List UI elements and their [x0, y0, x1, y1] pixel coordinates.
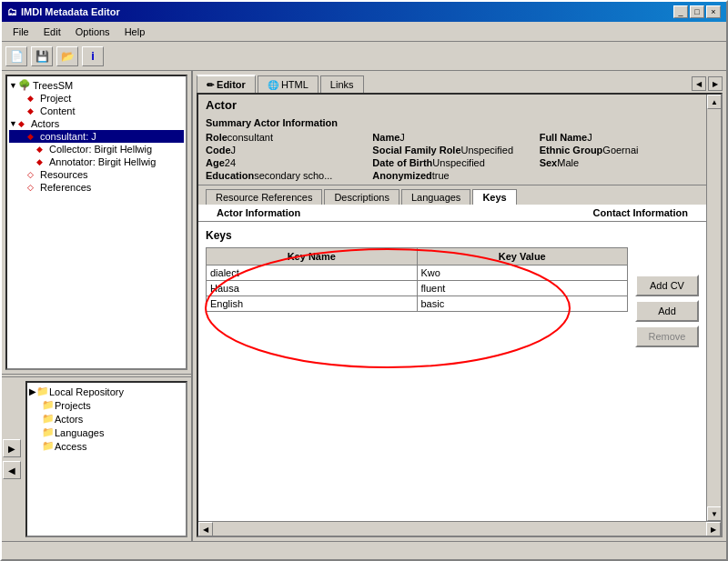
key-name-english[interactable] [207, 296, 418, 312]
key-value-input-0[interactable] [418, 265, 628, 280]
actor-info-right: Contact Information [593, 207, 689, 218]
title-bar-controls: _ □ × [673, 5, 721, 18]
main-window: 🗂 IMDI Metadata Editor _ □ × File Edit O… [0, 0, 728, 561]
bottom-tree-local-repo[interactable]: ▶ 📁 Local Repository [29, 385, 184, 398]
keys-table-area: Key Name Key Value [206, 247, 699, 514]
scroll-right-button[interactable]: ▶ [706, 522, 721, 536]
menu-help[interactable]: Help [117, 25, 153, 39]
scroll-up-button[interactable]: ▲ [707, 95, 721, 109]
summary-grid: Role consultant Name J Full Name J [206, 132, 699, 181]
key-name-dialect[interactable] [207, 265, 418, 281]
sub-tab-keys[interactable]: Keys [472, 189, 516, 205]
tree-item-project[interactable]: ◆ Project [9, 92, 184, 105]
menu-options[interactable]: Options [68, 25, 117, 39]
key-name-input-2[interactable] [207, 296, 417, 311]
scroll-left-button[interactable]: ◀ [198, 522, 213, 536]
sub-tab-resource-references[interactable]: Resource References [206, 189, 322, 205]
table-row [207, 281, 628, 296]
bottom-tree-languages[interactable]: 📁 Languages [29, 426, 184, 439]
minimize-button[interactable]: _ [673, 5, 688, 18]
add-button[interactable]: Add [635, 300, 699, 322]
arrow-buttons: ▶ ◀ [2, 377, 22, 541]
ethnic-group-field: Ethnic Group Goernai [540, 145, 699, 155]
tab-nav-right[interactable]: ▶ [708, 76, 723, 91]
tree-item-content[interactable]: ◆ Content [9, 105, 184, 117]
info-button[interactable]: i [82, 46, 104, 66]
left-tree-panel: ▼ 🌳 TreesSM ◆ Project ◆ Content [5, 75, 187, 370]
window-title: IMDI Metadata Editor [21, 6, 120, 17]
tab-html[interactable]: 🌐 HTML [258, 75, 318, 93]
horizontal-scroll-track[interactable] [213, 522, 706, 536]
key-value-kwo[interactable] [417, 265, 628, 281]
tab-nav-left[interactable]: ◀ [692, 76, 706, 91]
key-name-input-0[interactable] [207, 265, 417, 280]
add-cv-button[interactable]: Add CV [635, 275, 699, 296]
summary-title: Summary Actor Information [206, 117, 699, 128]
right-panel: ✏ Editor 🌐 HTML Links ◀ ▶ [193, 71, 726, 541]
tree-item-collector[interactable]: ◆ Collector: Birgit Hellwig [9, 143, 184, 155]
dob-field: Date of Birth Unspecified [372, 157, 531, 168]
content-panel: Actor Summary Actor Information Role con… [197, 93, 723, 537]
anonymized-field: Anonymized true [372, 170, 531, 181]
tree-item-actors[interactable]: ▼ ◆ Actors [9, 117, 184, 130]
top-tab-bar: ✏ Editor 🌐 HTML Links ◀ ▶ [193, 71, 726, 93]
key-name-input-1[interactable] [207, 281, 417, 296]
scroll-track[interactable] [707, 109, 721, 506]
actor-title: Actor [198, 95, 706, 114]
arrow-right-button[interactable]: ▶ [3, 439, 21, 457]
tree-item-resources[interactable]: ◇ Resources [9, 168, 184, 181]
key-value-input-2[interactable] [418, 296, 628, 311]
col-key-value: Key Value [417, 248, 628, 265]
menu-edit[interactable]: Edit [36, 25, 68, 39]
role-field: Role consultant [206, 132, 365, 143]
maximize-button[interactable]: □ [690, 5, 704, 18]
summary-section: Summary Actor Information Role consultan… [198, 114, 706, 185]
bottom-tree-actors[interactable]: 📁 Actors [29, 412, 184, 426]
keys-title: Keys [206, 229, 699, 242]
sub-tab-bar: Resource References Descriptions Languag… [198, 185, 706, 205]
tree-item-treessm[interactable]: ▼ 🌳 TreesSM [9, 78, 184, 92]
tree-item-consultant[interactable]: ◆ consultant: J [9, 130, 184, 143]
left-panel: ▼ 🌳 TreesSM ◆ Project ◆ Content [2, 71, 193, 541]
save-button[interactable]: 💾 [31, 46, 53, 66]
arrow-left-button[interactable]: ◀ [3, 461, 21, 479]
key-value-basic[interactable] [417, 296, 628, 312]
right-scrollbar: ▲ ▼ [706, 95, 721, 521]
status-bar [2, 541, 726, 559]
bottom-scrollbar: ◀ ▶ [198, 521, 721, 536]
toolbar: 📄 💾 📂 i [2, 42, 726, 71]
tree-item-references[interactable]: ◇ References [9, 181, 184, 194]
sex-field: Sex Male [540, 157, 699, 168]
remove-button[interactable]: Remove [635, 326, 699, 347]
actor-info-left: Actor Information [217, 207, 300, 218]
table-row [207, 265, 628, 281]
keys-buttons: Add CV Add Remove [635, 247, 699, 514]
tab-editor[interactable]: ✏ Editor [197, 75, 256, 93]
close-button[interactable]: × [706, 5, 721, 18]
bottom-tree-projects[interactable]: 📁 Projects [29, 398, 184, 412]
title-bar-title: 🗂 IMDI Metadata Editor [7, 6, 120, 17]
bottom-tree-access[interactable]: 📁 Access [29, 439, 184, 453]
tree-item-annotator[interactable]: ◆ Annotator: Birgit Hellwig [9, 155, 184, 168]
name-field: Name J [372, 132, 531, 143]
tab-links[interactable]: Links [320, 75, 364, 93]
sub-tab-descriptions[interactable]: Descriptions [324, 189, 399, 205]
keys-table-wrapper: Key Name Key Value [206, 247, 628, 514]
menu-file[interactable]: File [5, 25, 36, 39]
fullname-field: Full Name J [540, 132, 699, 143]
new-button[interactable]: 📄 [5, 46, 27, 66]
bottom-tree-panel: ▶ 📁 Local Repository 📁 Projects [25, 381, 187, 537]
social-family-field: Social Family Role Unspecified [372, 145, 531, 155]
sub-tab-languages[interactable]: Languages [401, 189, 470, 205]
age-field: Age 24 [206, 157, 365, 168]
code-field: Code J [206, 145, 365, 155]
scroll-down-button[interactable]: ▼ [707, 506, 721, 521]
open-button[interactable]: 📂 [56, 46, 78, 66]
menu-bar: File Edit Options Help [2, 22, 726, 42]
key-name-hausa[interactable] [207, 281, 418, 296]
education-field: Education secondary scho... [206, 170, 365, 181]
keys-table: Key Name Key Value [206, 247, 628, 312]
key-value-input-1[interactable] [418, 281, 628, 296]
title-icon: 🗂 [7, 6, 17, 17]
key-value-fluent[interactable] [417, 281, 628, 296]
